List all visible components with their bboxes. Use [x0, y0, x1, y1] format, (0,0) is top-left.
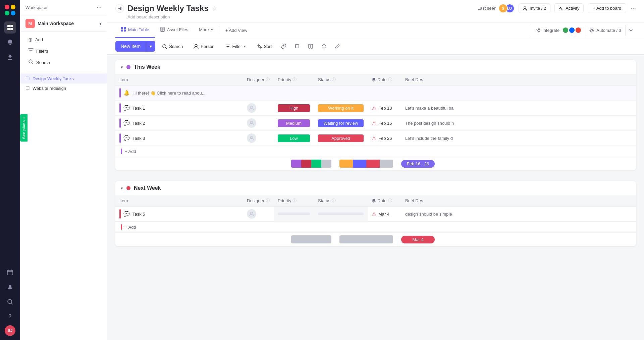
col-designer: Designerⓘ	[243, 74, 274, 86]
task1-chat-icon[interactable]: 💬	[123, 105, 130, 111]
workspace-selector[interactable]: M Main workspace ▾	[20, 15, 107, 32]
task2-person-avatar	[247, 118, 256, 128]
nw-date-bell-icon	[372, 199, 376, 203]
welcome-status-cell	[314, 86, 368, 101]
group-this-week-header[interactable]: ▾ This Week	[115, 60, 636, 74]
summary-priority-colors	[291, 160, 331, 168]
group-next-week-header[interactable]: ▾ Next Week	[115, 181, 636, 195]
task2-priority-cell[interactable]: Medium	[274, 116, 314, 131]
task3-status-cell[interactable]: Approved	[314, 131, 368, 146]
search-action[interactable]: Search	[25, 57, 102, 68]
new-item-main[interactable]: New Item	[115, 41, 146, 52]
workspace-icon: M	[25, 19, 35, 28]
filters-action[interactable]: Filters	[25, 46, 102, 56]
automate-btn[interactable]: Automate / 3	[585, 25, 625, 36]
task3-status-badge: Approved	[318, 134, 364, 142]
app-logo[interactable]	[4, 4, 16, 16]
task1-status-cell[interactable]: Working on it	[314, 101, 368, 116]
dropbox-icon	[569, 27, 575, 33]
user-avatar-bottom[interactable]: SJ	[5, 325, 15, 336]
activity-btn[interactable]: Activity	[554, 3, 584, 13]
add-to-board-btn[interactable]: + Add to board	[588, 3, 626, 13]
sidebar-actions: ⊕ Add Filters Search	[20, 32, 107, 70]
invite-btn[interactable]: Invite / 2	[519, 3, 550, 13]
task3-brief-text: Let's include the family d	[405, 136, 453, 141]
task3-alert-icon: ⚠	[372, 135, 376, 141]
bell-nav-icon[interactable]	[4, 36, 16, 48]
new-item-btn[interactable]: New Item ▾	[115, 41, 155, 52]
welcome-text: Hi there! 👋 Click here to read abou...	[132, 91, 206, 96]
group-collapse-icon[interactable]: ▾	[121, 65, 123, 70]
table-row-welcome[interactable]: 🔔 Hi there! 👋 Click here to read abou...	[115, 86, 636, 101]
add-view-btn[interactable]: + Add View	[221, 25, 251, 36]
col-task-name: Item	[115, 74, 243, 86]
svg-rect-26	[311, 44, 313, 48]
tab-asset-files[interactable]: Asset Files	[155, 23, 194, 38]
task1-priority-cell[interactable]: High	[274, 101, 314, 116]
integrate-btn[interactable]: Integrate	[531, 25, 585, 36]
expand-icon-btn[interactable]	[319, 41, 329, 52]
task5-status-cell[interactable]	[314, 207, 368, 222]
calendar-nav-icon[interactable]	[4, 266, 16, 278]
person-toolbar-btn[interactable]: Person	[190, 42, 218, 51]
header-more-btn[interactable]: ···	[630, 4, 636, 12]
avatar-s: S	[498, 4, 508, 13]
top-header: ◀ Design Weekly Tasks ☆ Last seen S JJ	[107, 0, 644, 22]
table-row-task3[interactable]: 💬 Task 3 Low	[115, 131, 636, 146]
link-icon-btn[interactable]	[278, 41, 289, 52]
download-nav-icon[interactable]	[4, 51, 16, 63]
edit-icon-btn[interactable]	[332, 41, 343, 52]
star-icon[interactable]: ☆	[212, 5, 217, 12]
workspace-chevron-icon: ▾	[99, 21, 102, 26]
task3-date: Feb 26	[378, 136, 392, 141]
task5-chat-icon[interactable]: 💬	[123, 211, 130, 217]
search-toolbar-btn[interactable]: Search	[158, 42, 187, 51]
grid-nav-icon[interactable]	[4, 21, 16, 34]
tab-main-table[interactable]: Main Table	[115, 22, 155, 38]
next-week-table: Item Designerⓘ Priorityⓘ Statusⓘ	[115, 195, 636, 222]
add-view-label: + Add View	[225, 28, 247, 33]
collapse-automate-btn[interactable]	[625, 25, 636, 36]
sidebar-item-website-redesign[interactable]: ☐ Website redesign	[20, 83, 107, 93]
col-date: Dateⓘ	[368, 74, 401, 86]
column-settings-icon-btn[interactable]	[305, 41, 316, 52]
task-color-bar	[119, 88, 121, 98]
task3-name-cell: 💬 Task 3	[115, 131, 243, 146]
task3-priority-badge: Low	[278, 134, 310, 142]
help-nav-icon[interactable]: ?	[4, 310, 16, 323]
task2-status-cell[interactable]: Waiting for review	[314, 116, 368, 131]
search-toolbar-label: Search	[169, 44, 183, 49]
sidebar-more-btn[interactable]: ···	[97, 4, 102, 11]
task3-color-bar	[119, 133, 121, 143]
task3-chat-icon[interactable]: 💬	[123, 135, 130, 141]
copy-link-icon-btn[interactable]	[292, 41, 303, 52]
sidebar-item-design-weekly[interactable]: ☐ Design Weekly Tasks ···	[20, 73, 107, 83]
new-item-dropdown-arrow[interactable]: ▾	[146, 41, 155, 52]
date-range-badge: Feb 16 - 26	[401, 160, 435, 168]
filter-toolbar-btn[interactable]: Filter ▾	[221, 42, 250, 51]
search-nav-icon[interactable]	[4, 296, 16, 308]
nw-summary-status-colors	[339, 235, 393, 243]
nw-col-status: Statusⓘ	[314, 195, 368, 207]
welcome-brief-cell	[401, 86, 636, 101]
task5-priority-cell[interactable]	[274, 207, 314, 222]
person-nav-icon[interactable]	[4, 281, 16, 293]
board-description[interactable]: Add board description	[115, 13, 636, 20]
table-row-task5[interactable]: 💬 Task 5	[115, 207, 636, 222]
table-row-task1[interactable]: 💬 Task 1 High	[115, 101, 636, 116]
task3-priority-cell[interactable]: Low	[274, 131, 314, 146]
icon-bar: ? SJ	[0, 0, 20, 340]
see-plans-tab[interactable]: See plans +	[20, 114, 28, 141]
board-title: Design Weekly Tasks	[127, 4, 209, 13]
collapse-sidebar-btn[interactable]: ◀	[115, 4, 124, 13]
this-week-add-row[interactable]: + Add	[115, 146, 636, 157]
tab-more[interactable]: More ▾	[194, 23, 218, 37]
task2-chat-icon[interactable]: 💬	[123, 120, 130, 126]
group-next-week-collapse-icon[interactable]: ▾	[121, 186, 123, 191]
this-week-header-row: Item Designerⓘ Priorityⓘ Statusⓘ	[115, 74, 636, 86]
table-row-task2[interactable]: 💬 Task 2 Medium	[115, 116, 636, 131]
this-week-summary-row: Feb 16 - 26	[115, 157, 636, 170]
sort-toolbar-btn[interactable]: Sort	[253, 42, 276, 51]
add-action[interactable]: ⊕ Add	[25, 35, 102, 45]
next-week-add-row[interactable]: + Add	[115, 222, 636, 232]
